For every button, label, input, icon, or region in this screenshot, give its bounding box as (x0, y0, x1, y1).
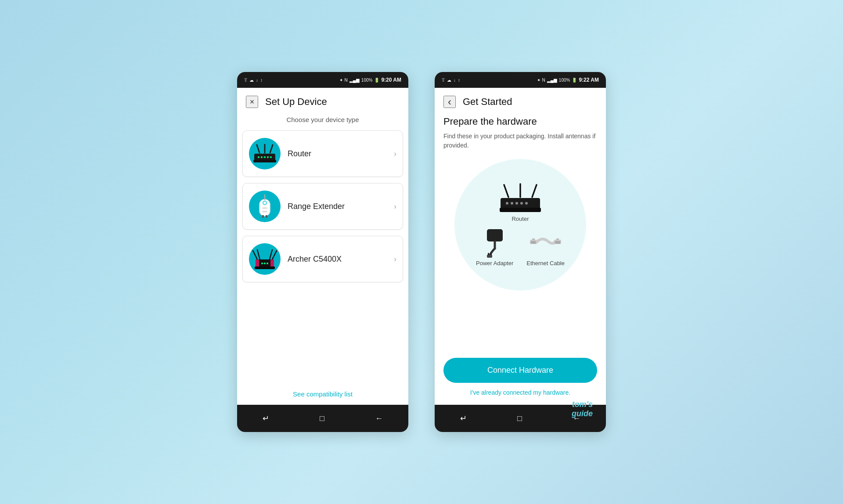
svg-point-34 (511, 202, 513, 205)
status-icons-left-2: 𝕋 ☁ ↓ ↕ (442, 78, 460, 83)
svg-rect-46 (532, 238, 535, 240)
svg-rect-23 (256, 259, 259, 267)
power-adapter-item: Power Adapter (476, 227, 513, 266)
cloud-icon-2: ☁ (447, 78, 451, 83)
svg-point-8 (270, 156, 272, 158)
range-extender-chevron: › (394, 202, 396, 211)
page-title-2: Get Started (463, 96, 512, 108)
nav-home-1[interactable]: □ (316, 410, 328, 427)
svg-line-21 (270, 250, 272, 259)
svg-rect-13 (262, 207, 267, 209)
power-adapter-label: Power Adapter (476, 260, 513, 266)
status-right-2: ✦ N ▂▄▆ 100% 🔋 9:22 AM (537, 77, 599, 83)
app-header-2: ‹ Get Started (435, 88, 606, 112)
svg-rect-9 (253, 160, 276, 162)
svg-rect-24 (270, 259, 274, 267)
archer-label: Archer C5400X (288, 255, 387, 264)
archer-icon (251, 248, 278, 270)
toms-guide-line1: tom's (572, 400, 593, 410)
bluetooth-icon-2: ✦ (537, 78, 540, 83)
archer-item[interactable]: Archer C5400X › (242, 236, 403, 282)
page-title-1: Set Up Device (265, 96, 327, 108)
router-illustration-area: Router (496, 183, 544, 222)
battery-text-2: 100% (559, 78, 570, 83)
svg-rect-45 (531, 241, 536, 244)
svg-line-31 (532, 185, 537, 197)
svg-rect-43 (490, 253, 492, 255)
svg-point-33 (506, 202, 508, 205)
svg-point-12 (263, 202, 266, 204)
range-extender-item[interactable]: Range Extender › (242, 183, 403, 230)
nav-back-1[interactable]: ← (371, 410, 386, 427)
svg-rect-16 (262, 215, 264, 218)
svg-rect-48 (555, 241, 560, 244)
back-button[interactable]: ‹ (443, 96, 456, 108)
toms-guide-line2: guide (572, 409, 593, 419)
ethernet-cable-illustration (529, 227, 562, 258)
time-2: 9:22 AM (579, 77, 599, 83)
svg-rect-49 (556, 238, 559, 240)
svg-line-19 (257, 250, 260, 259)
nfc-icon-2: N (542, 78, 545, 83)
status-bar-1: 𝕋 ☁ ↓ ↕ ✦ N ▂▄▆ 100% 🔋 9:20 AM (237, 72, 408, 88)
phone-setup-device: 𝕋 ☁ ↓ ↕ ✦ N ▂▄▆ 100% 🔋 9:20 AM × Set Up … (237, 72, 408, 432)
svg-rect-42 (488, 253, 489, 255)
signal-icon: ▂▄▆ (349, 78, 360, 83)
nfc-icon: N (345, 78, 348, 83)
notification-icon: 𝕋 (244, 78, 247, 83)
svg-rect-14 (262, 211, 267, 212)
device-type-subtitle: Choose your device type (237, 112, 408, 130)
range-extender-label: Range Extender (288, 202, 387, 211)
svg-point-36 (520, 202, 523, 205)
router-chevron: › (394, 149, 396, 158)
app-header-1: × Set Up Device (237, 88, 408, 112)
signal-icon-2: ▂▄▆ (547, 78, 557, 83)
nav-recent-1[interactable]: ↵ (259, 410, 273, 427)
router-hw-label: Router (512, 216, 529, 222)
nav-home-2[interactable]: □ (514, 410, 526, 427)
spacer (443, 298, 597, 358)
svg-point-6 (264, 156, 266, 158)
range-extender-icon (256, 194, 274, 219)
router-item[interactable]: Router › (242, 130, 403, 177)
svg-rect-17 (266, 215, 267, 218)
svg-point-25 (261, 263, 263, 264)
nav-recent-2[interactable]: ↵ (457, 410, 470, 427)
app-content-1: × Set Up Device Choose your device type (237, 88, 408, 405)
svg-point-37 (525, 202, 528, 205)
connect-hardware-button[interactable]: Connect Hardware (443, 358, 597, 383)
close-button[interactable]: × (246, 96, 258, 108)
svg-point-26 (264, 263, 266, 264)
svg-rect-28 (255, 266, 275, 269)
cloud-icon: ☁ (249, 78, 254, 83)
router-label: Router (288, 149, 387, 158)
svg-line-0 (257, 145, 259, 153)
svg-line-18 (253, 251, 257, 259)
svg-point-35 (515, 202, 518, 205)
compat-link[interactable]: See compatibility list (237, 380, 408, 405)
archer-icon-circle (249, 243, 281, 275)
download-icon-2: ↓ (454, 78, 456, 83)
router-icon-circle (249, 138, 281, 169)
svg-rect-41 (487, 255, 492, 258)
device-list: Router › (237, 130, 408, 380)
svg-point-27 (267, 263, 268, 264)
download-icon: ↓ (256, 78, 258, 83)
svg-point-4 (258, 156, 259, 158)
phone-get-started: 𝕋 ☁ ↓ ↕ ✦ N ▂▄▆ 100% 🔋 9:22 AM ‹ Get Sta… (435, 72, 606, 432)
status-bar-2: 𝕋 ☁ ↓ ↕ ✦ N ▂▄▆ 100% 🔋 9:22 AM (435, 72, 606, 88)
range-extender-icon-circle (249, 191, 281, 222)
toms-guide-watermark: tom's guide (572, 400, 593, 419)
archer-chevron: › (394, 255, 396, 264)
ethernet-cable-label: Ethernet Cable (526, 260, 565, 266)
arrow-icon-2: ↕ (458, 78, 460, 83)
already-connected-link[interactable]: I've already connected my hardware. (443, 389, 597, 396)
prepare-title: Prepare the hardware (443, 112, 597, 132)
get-started-content: Prepare the hardware Find these in your … (435, 112, 606, 405)
hardware-circle-container: Router (443, 159, 597, 291)
app-content-2: ‹ Get Started Prepare the hardware Find … (435, 88, 606, 405)
svg-line-20 (272, 251, 277, 259)
arrow-icon: ↕ (260, 78, 263, 83)
svg-line-2 (270, 145, 273, 153)
battery-icon-2: 🔋 (572, 78, 577, 83)
